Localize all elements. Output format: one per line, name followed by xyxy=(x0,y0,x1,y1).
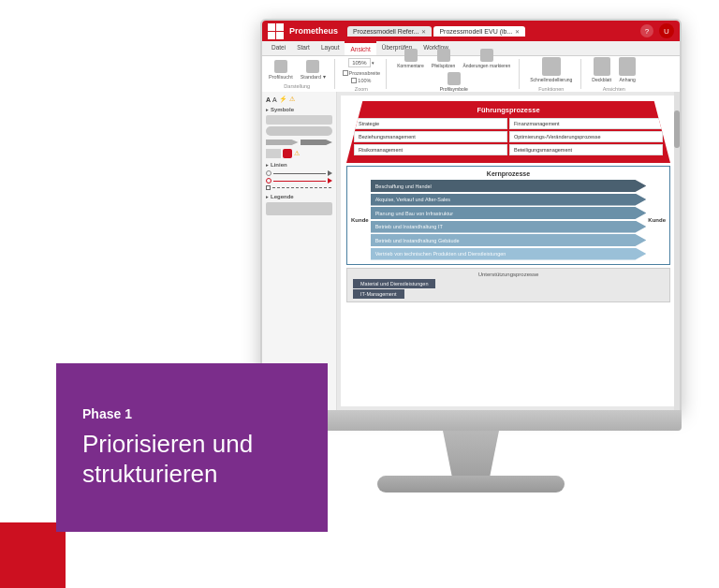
fuehrung-item-beteiligung: Beteiligungsmanagement xyxy=(509,144,663,155)
tab-2-close[interactable]: ✕ xyxy=(515,28,520,35)
tab-1[interactable]: Prozessmodell Refer... ✕ xyxy=(347,26,432,37)
symbole-section-title: Symbole xyxy=(266,107,332,112)
app-name: Prometheus xyxy=(289,26,338,36)
kern-process-4: Betrieb und Instandhaltung IT xyxy=(371,221,647,233)
warning-small-icon: ⚠ xyxy=(294,150,300,157)
aenderungen-button[interactable]: Änderungen markieren xyxy=(460,48,513,69)
app-grid-icon xyxy=(268,23,284,39)
phase-title: Priorisieren und strukturieren xyxy=(82,429,301,490)
ribbon-tab-layout[interactable]: Layout xyxy=(315,41,345,55)
ribbon-content: Profilsucht Standard ▾ Darstellung 105% … xyxy=(262,56,680,92)
line-dashed xyxy=(272,187,332,188)
kern-right-label: Kunde xyxy=(648,217,666,223)
fuehrung-item-beziehung: Beziehungsmanagement xyxy=(354,131,507,142)
canvas-content: Führungsprozesse Strategie Finanzmanagem… xyxy=(341,96,676,406)
kern-arrows: Beschaffung und Handel Akquise, Verkauf … xyxy=(371,180,647,260)
arrow-end-red xyxy=(328,178,332,184)
anhang-button[interactable]: Anhang xyxy=(616,56,638,83)
unterstuetz-title: Unterstützungsprozesse xyxy=(353,272,664,277)
ribbon-tab-start[interactable]: Start xyxy=(291,41,315,55)
kern-process-2: Akquise, Verkauf und After-Sales xyxy=(371,194,647,206)
shape-red[interactable] xyxy=(283,149,292,158)
ribbon-group-ansichten: Deckblatt Anhang Ansichten xyxy=(589,59,644,89)
tab-1-label: Prozessmodell Refer... xyxy=(353,28,418,35)
vertical-scrollbar[interactable] xyxy=(674,92,680,410)
fuehrung-item-optimierung: Optimierungs-/Veränderungsprozesse xyxy=(509,131,663,142)
darstellung-label: Darstellung xyxy=(284,83,310,89)
schnellmodellierung-button[interactable]: Schnellmodellierung xyxy=(527,56,575,83)
paragraph-icon[interactable]: ⚡ xyxy=(279,96,287,103)
shape-row xyxy=(266,138,332,147)
zoom-label: Zoom xyxy=(355,86,368,92)
kern-section: Kernprozesse Kunde Beschaffung und Hande… xyxy=(346,166,670,265)
titlebar-right: ? U xyxy=(640,23,674,38)
shape-small-1[interactable] xyxy=(266,149,281,158)
tab-2[interactable]: Prozessmodell EVU (ib... ✕ xyxy=(433,26,525,37)
phase-label: Phase 1 xyxy=(82,406,301,421)
unterstuetz-section: Unterstützungsprozesse Material und Dien… xyxy=(346,268,670,303)
phase-overlay-box: Phase 1 Priorisieren und strukturieren xyxy=(56,363,328,532)
fuehrung-grid: Strategie Finanzmanagement Beziehungsman… xyxy=(354,118,663,155)
work-area: A A ⚡ ⚠ Symbole ⚠ xyxy=(262,92,680,410)
ribbon-group-zoom: 105% ▾ Prozessbreite 100% Zoom xyxy=(343,59,388,89)
legende-section-title: Legende xyxy=(266,194,332,199)
ribbon-group-darstellung: Profilsucht Standard ▾ Darstellung xyxy=(266,59,335,89)
kern-process-1: Beschaffung und Handel xyxy=(371,180,647,192)
fuehrung-section: Führungsprozesse Strategie Finanzmanagem… xyxy=(346,101,670,163)
unterstuetz-items: Material und Dienstleistungen IT-Managem… xyxy=(353,279,664,300)
help-icon: ? xyxy=(645,27,649,36)
profilsymbole-button[interactable]: Profilsymbole xyxy=(437,71,471,93)
shape-rect-2[interactable] xyxy=(266,126,332,136)
tab-1-close[interactable]: ✕ xyxy=(421,28,426,35)
text-icon-a1[interactable]: A xyxy=(266,96,271,103)
scrollbar-thumb[interactable] xyxy=(674,110,680,148)
kern-process-5: Betrieb und Instandhaltung Gebäude xyxy=(371,234,647,246)
process-diagram: Führungsprozesse Strategie Finanzmanagem… xyxy=(346,101,670,401)
panel-toolbar: A A ⚡ ⚠ xyxy=(266,96,332,103)
unterstuetz-item-1: Material und Dienstleistungen xyxy=(353,279,435,288)
user-icon: U xyxy=(664,27,669,36)
ribbon-group-markieren: Kommentare Pfeilspitzen Änderungen marki… xyxy=(394,59,520,89)
kommentare-button[interactable]: Kommentare xyxy=(394,48,427,69)
line-start-red xyxy=(266,178,271,184)
legend-rect xyxy=(266,202,332,215)
standard-dropdown[interactable]: Standard ▾ xyxy=(298,59,329,81)
profilsucht-button[interactable]: Profilsucht xyxy=(266,59,296,81)
text-icon-a2[interactable]: A xyxy=(272,96,277,103)
kern-inner: Kunde Beschaffung und Handel Akquise, Ve… xyxy=(351,180,666,260)
line-start-dashed xyxy=(266,185,271,190)
shape-arrow-2[interactable] xyxy=(301,138,333,147)
linien-section-title: Linien xyxy=(266,162,332,168)
zoom-100-checkbox[interactable] xyxy=(351,78,357,83)
unterstuetz-item-2: IT-Management xyxy=(353,289,404,299)
kern-title: Kernprozesse xyxy=(351,170,666,177)
user-button[interactable]: U xyxy=(659,23,674,38)
canvas-area[interactable]: Führungsprozesse Strategie Finanzmanagem… xyxy=(337,92,680,410)
titlebar: Prometheus Prozessmodell Refer... ✕ Proz… xyxy=(262,21,680,41)
shape-rect-1[interactable] xyxy=(266,115,332,125)
kern-process-3: Planung und Bau von Infrastruktur xyxy=(371,207,647,219)
monitor-stand-neck xyxy=(424,431,518,478)
monitor-screen: Prometheus Prozessmodell Refer... ✕ Proz… xyxy=(260,19,682,412)
pfeilspitzen-button[interactable]: Pfeilspitzen xyxy=(429,48,459,69)
fuehrung-item-finanz: Finanzmanagement xyxy=(509,118,663,129)
ribbon-group-funktionen: Schnellmodellierung Funktionen xyxy=(527,59,581,89)
warning-icon[interactable]: ⚠ xyxy=(289,96,295,103)
deckblatt-button[interactable]: Deckblatt xyxy=(589,56,614,83)
help-button[interactable]: ? xyxy=(640,24,653,37)
kern-left-label: Kunde xyxy=(351,217,369,223)
zoom-input[interactable]: 105% ▾ xyxy=(345,57,376,68)
fuehrung-title: Führungsprozesse xyxy=(354,106,663,114)
left-panel: A A ⚡ ⚠ Symbole ⚠ xyxy=(262,92,337,410)
ribbon-tab-ansicht[interactable]: Ansicht xyxy=(345,41,375,55)
ribbon-tab-datei[interactable]: Datei xyxy=(266,41,291,55)
kern-process-6: Vertrieb von technischen Produkten und D… xyxy=(371,248,647,260)
decorative-red-square xyxy=(0,522,66,588)
monitor-stand-base xyxy=(377,476,565,492)
line-red xyxy=(273,181,326,182)
line-start-gray xyxy=(266,170,271,176)
prozessbreite-checkbox[interactable] xyxy=(343,70,348,76)
darstellung-row: Profilsucht Standard ▾ xyxy=(266,59,329,81)
shape-arrow-1[interactable] xyxy=(266,138,299,147)
fuehrung-item-risiko: Risikomanagement xyxy=(354,144,507,155)
